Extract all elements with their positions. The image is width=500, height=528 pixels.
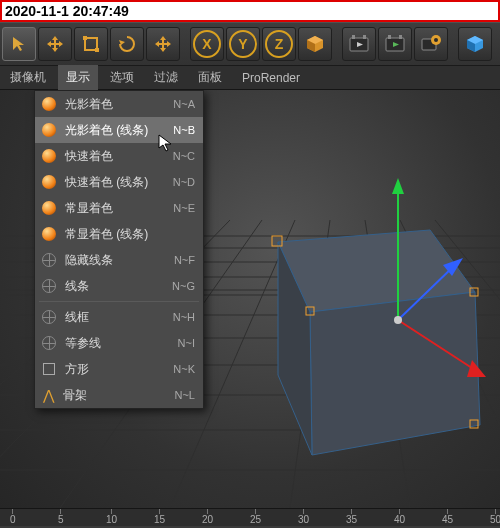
display-menu-item[interactable]: ⋀骨架N~L [35,382,203,408]
display-menu-item[interactable]: 线框N~H [35,304,203,330]
viewport-menu-bar: 摄像机 显示 选项 过滤 面板 ProRender [0,66,500,90]
menu-item-shortcut: N~D [173,176,195,188]
menu-item-shortcut: N~G [172,280,195,292]
svg-point-39 [394,316,402,324]
tab-panel[interactable]: 面板 [190,65,230,90]
menu-item-label: 快速着色 [65,148,173,165]
menu-item-shortcut: N~C [173,150,195,162]
svg-rect-8 [399,35,402,39]
axis-y-button[interactable]: Y [226,27,260,61]
move-tool-button-2[interactable] [146,27,180,61]
main-toolbar: X Y Z [0,22,500,66]
timeline-tick-label: 45 [442,514,453,525]
axis-z-button[interactable]: Z [262,27,296,61]
menu-item-label: 方形 [65,361,173,378]
timeline-tick: 15 [154,509,165,526]
timeline-tick-label: 25 [250,514,261,525]
menu-item-label: 光影着色 [65,96,173,113]
shaded-sphere-icon [41,174,57,190]
timeline-tick: 50 [490,509,500,526]
wireframe-sphere-icon [41,278,57,294]
render-settings-button[interactable] [414,27,448,61]
svg-rect-2 [95,48,99,52]
timeline-tick: 5 [58,509,64,526]
timeline-tick-label: 35 [346,514,357,525]
shaded-sphere-icon [41,96,57,112]
display-menu-item[interactable]: 常显着色 (线条) [35,221,203,247]
timeline-tick-label: 40 [394,514,405,525]
menu-item-label: 常显着色 (线条) [65,226,195,243]
timestamp-text: 2020-11-1 20:47:49 [5,3,129,19]
display-menu-item[interactable]: 常显着色N~E [35,195,203,221]
wireframe-sphere-icon [41,335,57,351]
axis-x-button[interactable]: X [190,27,224,61]
mouse-cursor-icon [158,134,174,156]
menu-item-label: 等参线 [65,335,178,352]
wireframe-sphere-icon [41,252,57,268]
scale-tool-button[interactable] [74,27,108,61]
timeline-tick: 30 [298,509,309,526]
timeline-tick: 25 [250,509,261,526]
shaded-sphere-icon [41,226,57,242]
square-icon [41,361,57,377]
menu-separator [39,301,199,302]
menu-item-label: 快速着色 (线条) [65,174,173,191]
menu-item-label: 线框 [65,309,173,326]
menu-item-shortcut: N~E [173,202,195,214]
menu-item-label: 线条 [65,278,172,295]
display-menu-item[interactable]: 等参线N~I [35,330,203,356]
tab-display[interactable]: 显示 [58,65,98,90]
wireframe-sphere-icon [41,309,57,325]
display-menu-item[interactable]: 隐藏线条N~F [35,247,203,273]
shaded-sphere-icon [41,200,57,216]
timeline-tick-label: 0 [10,514,16,525]
menu-item-shortcut: N~A [173,98,195,110]
menu-item-shortcut: N~L [175,389,196,401]
move-tool-button[interactable] [38,27,72,61]
timeline-tick: 10 [106,509,117,526]
timeline-tick-label: 20 [202,514,213,525]
svg-rect-7 [388,35,391,39]
rotate-tool-button[interactable] [110,27,144,61]
display-dropdown: 光影着色N~A光影着色 (线条)N~B快速着色N~C快速着色 (线条)N~D常显… [34,90,204,409]
menu-item-shortcut: N~H [173,311,195,323]
timeline-tick-label: 50 [490,514,500,525]
display-menu-item[interactable]: 方形N~K [35,356,203,382]
menu-item-shortcut: N~K [173,363,195,375]
timeline[interactable]: 05101520253035404550 [0,508,500,526]
timeline-tick: 0 [10,509,16,526]
menu-item-label: 常显着色 [65,200,173,217]
svg-point-11 [434,38,438,42]
timeline-tick-label: 10 [106,514,117,525]
svg-rect-5 [363,35,366,39]
menu-item-label: 隐藏线条 [65,252,174,269]
display-menu-item[interactable]: 快速着色 (线条)N~D [35,169,203,195]
tab-prorender[interactable]: ProRender [234,67,308,89]
tab-filter[interactable]: 过滤 [146,65,186,90]
timeline-tick: 20 [202,509,213,526]
shaded-sphere-icon [41,122,57,138]
viewport-3d[interactable]: 光影着色N~A光影着色 (线条)N~B快速着色N~C快速着色 (线条)N~D常显… [0,90,500,508]
menu-item-shortcut: N~B [173,124,195,136]
svg-rect-4 [352,35,355,39]
timeline-tick-label: 5 [58,514,64,525]
timestamp-overlay: 2020-11-1 20:47:49 [0,0,500,22]
render-region-button[interactable] [378,27,412,61]
coord-system-button[interactable] [298,27,332,61]
display-menu-item[interactable]: 光影着色N~A [35,91,203,117]
timeline-tick: 35 [346,509,357,526]
svg-rect-1 [83,36,87,40]
timeline-tick: 45 [442,509,453,526]
menu-item-label: 骨架 [63,387,175,404]
render-button[interactable] [342,27,376,61]
bones-icon: ⋀ [41,388,55,402]
display-menu-item[interactable]: 光影着色 (线条)N~B [35,117,203,143]
timeline-tick-label: 15 [154,514,165,525]
cursor-tool-button[interactable] [2,27,36,61]
primitive-cube-button[interactable] [458,27,492,61]
display-menu-item[interactable]: 快速着色N~C [35,143,203,169]
menu-item-shortcut: N~F [174,254,195,266]
tab-options[interactable]: 选项 [102,65,142,90]
display-menu-item[interactable]: 线条N~G [35,273,203,299]
tab-camera[interactable]: 摄像机 [2,65,54,90]
